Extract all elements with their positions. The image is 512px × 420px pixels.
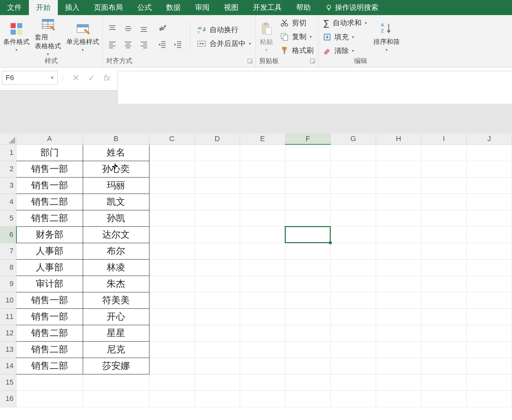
row-header-3[interactable]: 3	[0, 177, 16, 194]
tab-file[interactable]: 文件	[0, 0, 29, 15]
cell-J13[interactable]	[466, 341, 512, 358]
cell-A12[interactable]: 销售二部	[16, 325, 83, 341]
cell-C11[interactable]	[149, 308, 194, 325]
cell-I9[interactable]	[421, 276, 467, 292]
cell-A2[interactable]: 销售一部	[16, 161, 83, 177]
cell-I6[interactable]	[421, 226, 467, 243]
clipboard-dialog-launcher[interactable]	[310, 59, 315, 63]
cell-J9[interactable]	[466, 276, 512, 292]
column-header-G[interactable]: G	[330, 133, 376, 144]
tab-insert[interactable]: 插入	[58, 0, 87, 15]
cell-G3[interactable]	[330, 177, 376, 194]
cell-F6[interactable]	[285, 226, 330, 243]
cell-E9[interactable]	[240, 276, 285, 292]
row-header-13[interactable]: 13	[0, 341, 16, 358]
cell-J14[interactable]	[466, 358, 512, 374]
cell-D7[interactable]	[194, 243, 240, 259]
cell-D1[interactable]	[194, 144, 240, 161]
cell-J7[interactable]	[466, 243, 512, 259]
cell-A16[interactable]	[16, 390, 83, 407]
column-header-J[interactable]: J	[466, 133, 512, 144]
row-header-8[interactable]: 8	[0, 259, 16, 276]
cell-G5[interactable]	[330, 210, 376, 226]
cell-I5[interactable]	[421, 210, 467, 226]
cell-B12[interactable]: 星星	[83, 325, 149, 341]
cell-C9[interactable]	[149, 276, 194, 292]
cell-A5[interactable]: 销售二部	[16, 210, 83, 226]
cell-I12[interactable]	[421, 325, 467, 341]
cell-D3[interactable]	[194, 177, 240, 194]
cell-B10[interactable]: 符美美	[83, 292, 149, 308]
cell-H15[interactable]	[376, 374, 421, 390]
cell-G6[interactable]	[330, 226, 376, 243]
cell-E1[interactable]	[240, 144, 285, 161]
cell-F1[interactable]	[285, 144, 330, 161]
cell-F3[interactable]	[285, 177, 330, 194]
cell-D16[interactable]	[194, 390, 240, 407]
cell-C13[interactable]	[149, 341, 194, 358]
row-header-5[interactable]: 5	[0, 210, 16, 226]
cell-I7[interactable]	[421, 243, 467, 259]
cell-I11[interactable]	[421, 308, 467, 325]
column-header-E[interactable]: E	[240, 133, 285, 144]
cell-G13[interactable]	[330, 341, 376, 358]
cell-G14[interactable]	[330, 358, 376, 374]
cancel-formula-button[interactable]: ✕	[72, 73, 79, 83]
row-header-9[interactable]: 9	[0, 276, 16, 292]
column-header-I[interactable]: I	[421, 133, 467, 144]
cell-F13[interactable]	[285, 341, 330, 358]
cell-styles-button[interactable]: 单元格样式 ▾	[66, 22, 99, 52]
cell-J6[interactable]	[466, 226, 512, 243]
cell-E8[interactable]	[240, 259, 285, 276]
row-header-15[interactable]: 15	[0, 374, 16, 390]
row-header-10[interactable]: 10	[0, 292, 16, 308]
cell-I8[interactable]	[421, 259, 467, 276]
cell-E15[interactable]	[240, 374, 285, 390]
cell-G7[interactable]	[330, 243, 376, 259]
cell-J4[interactable]	[466, 194, 512, 210]
cell-F16[interactable]	[285, 390, 330, 407]
cell-F7[interactable]	[285, 243, 330, 259]
formula-input[interactable]	[118, 71, 512, 104]
align-middle-button[interactable]	[122, 22, 134, 35]
cell-D14[interactable]	[194, 358, 240, 374]
cell-D11[interactable]	[194, 308, 240, 325]
cell-H12[interactable]	[376, 325, 421, 341]
sort-filter-button[interactable]: AZ 排序和筛 ▾	[373, 22, 400, 52]
cell-G9[interactable]	[330, 276, 376, 292]
cell-C4[interactable]	[149, 194, 194, 210]
cell-I14[interactable]	[421, 358, 467, 374]
cell-H11[interactable]	[376, 308, 421, 325]
cell-A15[interactable]	[16, 374, 83, 390]
cell-H5[interactable]	[376, 210, 421, 226]
tab-view[interactable]: 视图	[217, 0, 246, 15]
cell-C6[interactable]	[149, 226, 194, 243]
cell-E10[interactable]	[240, 292, 285, 308]
cell-C14[interactable]	[149, 358, 194, 374]
cell-H4[interactable]	[376, 194, 421, 210]
cell-A10[interactable]: 销售一部	[16, 292, 83, 308]
column-header-F[interactable]: F	[285, 133, 330, 144]
cell-B7[interactable]: 布尔	[83, 243, 149, 259]
cell-H3[interactable]	[376, 177, 421, 194]
cell-F9[interactable]	[285, 276, 330, 292]
clear-button[interactable]: 清除 ▾	[322, 45, 368, 56]
row-header-14[interactable]: 14	[0, 358, 16, 374]
merge-center-button[interactable]: 合并后居中 ▾	[196, 38, 252, 49]
cell-I1[interactable]	[421, 144, 467, 161]
column-header-C[interactable]: C	[149, 133, 194, 144]
cell-A8[interactable]: 人事部	[16, 259, 83, 276]
cell-B4[interactable]: 凯文	[83, 194, 149, 210]
cell-H6[interactable]	[376, 226, 421, 243]
cell-F15[interactable]	[285, 374, 330, 390]
cell-D4[interactable]	[194, 194, 240, 210]
cell-F10[interactable]	[285, 292, 330, 308]
row-header-12[interactable]: 12	[0, 325, 16, 341]
align-center-button[interactable]	[122, 38, 134, 51]
cell-E5[interactable]	[240, 210, 285, 226]
row-header-1[interactable]: 1	[0, 144, 16, 161]
cell-A14[interactable]: 销售二部	[16, 358, 83, 374]
cut-button[interactable]: 剪切	[279, 17, 315, 29]
tab-page-layout[interactable]: 页面布局	[87, 0, 130, 15]
cell-B14[interactable]: 莎安娜	[83, 358, 149, 374]
